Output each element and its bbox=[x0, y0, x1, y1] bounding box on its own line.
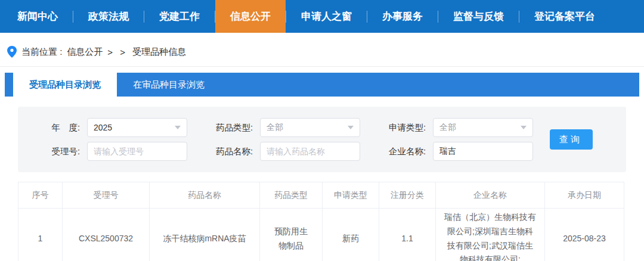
top-navigation: 新闻中心 政策法规 党建工作 信息公开 申请人之窗 办事服务 监督与反馈 登记备… bbox=[0, 0, 644, 33]
apply-type-select-value: 全部 bbox=[439, 122, 456, 133]
header-seq: 序号 bbox=[18, 182, 63, 209]
filter-panel: 年 度: 2025 药品类型: 全部 申请类型: 全部 bbox=[18, 107, 626, 172]
field-acceptance-no: 受理号: bbox=[29, 142, 187, 161]
cell-acceptance-no: CXSL2500732 bbox=[63, 209, 150, 261]
cell-seq: 1 bbox=[18, 209, 63, 261]
nav-item-news[interactable]: 新闻中心 bbox=[2, 0, 73, 33]
year-label: 年 度: bbox=[29, 122, 80, 133]
company-name-label: 企业名称: bbox=[374, 146, 426, 157]
search-button[interactable]: 查询 bbox=[550, 129, 593, 150]
year-select[interactable]: 2025 bbox=[87, 118, 187, 137]
nav-item-policy[interactable]: 政策法规 bbox=[73, 0, 144, 33]
nav-item-info-disclosure[interactable]: 信息公开 bbox=[215, 0, 286, 33]
breadcrumb: 当前位置 : 信息公开 > > 受理品种信息 bbox=[0, 33, 644, 67]
cell-apply-type: 新药 bbox=[323, 209, 379, 261]
header-date: 承办日期 bbox=[545, 182, 624, 209]
acceptance-no-input[interactable] bbox=[87, 142, 187, 161]
nav-item-registration-platform[interactable]: 登记备案平台 bbox=[519, 0, 610, 33]
apply-type-select[interactable]: 全部 bbox=[433, 118, 533, 137]
chevron-down-icon bbox=[521, 126, 527, 129]
drug-type-select[interactable]: 全部 bbox=[260, 118, 360, 137]
content-area: 年 度: 2025 药品类型: 全部 申请类型: 全部 bbox=[5, 97, 639, 261]
field-company-name: 企业名称: bbox=[374, 142, 533, 161]
apply-type-label: 申请类型: bbox=[374, 122, 426, 133]
breadcrumb-separator: > > bbox=[107, 47, 128, 57]
cell-company: 瑞佶（北京）生物科技有限公司;深圳瑞吉生物科技有限公司;武汉瑞佶生物科技有限公司… bbox=[436, 209, 545, 261]
nav-item-party-building[interactable]: 党建工作 bbox=[144, 0, 215, 33]
drug-name-label: 药品名称: bbox=[202, 146, 253, 157]
field-drug-type: 药品类型: 全部 bbox=[202, 118, 360, 137]
nav-item-services[interactable]: 办事服务 bbox=[367, 0, 438, 33]
nav-item-applicant-window[interactable]: 申请人之窗 bbox=[286, 0, 367, 33]
breadcrumb-current: 受理品种信息 bbox=[132, 46, 186, 58]
header-reg-class: 注册分类 bbox=[379, 182, 436, 209]
table-row: 1 CXSL2500732 冻干结核病mRNA疫苗 预防用生物制品 新药 1.1… bbox=[18, 209, 624, 261]
year-select-value: 2025 bbox=[94, 123, 112, 132]
header-drug-name: 药品名称 bbox=[150, 182, 260, 209]
breadcrumb-section[interactable]: 信息公开 bbox=[67, 46, 103, 58]
header-drug-type: 药品类型 bbox=[260, 182, 323, 209]
main-container: 受理品种目录浏览 在审品种目录浏览 年 度: 2025 药品类型: 全部 bbox=[5, 73, 639, 261]
header-company: 企业名称 bbox=[436, 182, 545, 209]
filter-row-1: 年 度: 2025 药品类型: 全部 申请类型: 全部 bbox=[29, 118, 615, 137]
cell-drug-type: 预防用生物制品 bbox=[260, 209, 323, 261]
header-apply-type: 申请类型 bbox=[323, 182, 379, 209]
chevron-down-icon bbox=[348, 126, 354, 129]
nav-item-supervision-feedback[interactable]: 监督与反馈 bbox=[438, 0, 519, 33]
location-pin-icon bbox=[7, 46, 17, 58]
tab-under-review-catalog[interactable]: 在审品种目录浏览 bbox=[117, 73, 221, 97]
results-table: 序号 受理号 药品名称 药品类型 申请类型 注册分类 企业名称 承办日期 1 C… bbox=[18, 182, 624, 261]
company-name-input[interactable] bbox=[433, 142, 533, 161]
acceptance-no-label: 受理号: bbox=[29, 146, 80, 157]
chevron-down-icon bbox=[175, 126, 181, 129]
field-drug-name: 药品名称: bbox=[202, 142, 360, 161]
field-apply-type: 申请类型: 全部 bbox=[374, 118, 533, 137]
cell-reg-class: 1.1 bbox=[379, 209, 436, 261]
drug-type-select-value: 全部 bbox=[267, 122, 283, 133]
table-header-row: 序号 受理号 药品名称 药品类型 申请类型 注册分类 企业名称 承办日期 bbox=[18, 182, 624, 209]
drug-name-input[interactable] bbox=[260, 142, 360, 161]
cell-drug-name: 冻干结核病mRNA疫苗 bbox=[150, 209, 260, 261]
header-acceptance-no: 受理号 bbox=[63, 182, 150, 209]
field-year: 年 度: 2025 bbox=[29, 118, 187, 137]
drug-type-label: 药品类型: bbox=[202, 122, 253, 133]
cell-date: 2025-08-23 bbox=[545, 209, 624, 261]
tab-accepted-catalog[interactable]: 受理品种目录浏览 bbox=[13, 73, 117, 97]
tab-bar: 受理品种目录浏览 在审品种目录浏览 bbox=[5, 73, 639, 97]
filter-row-2: 受理号: 药品名称: 企业名称: bbox=[29, 142, 615, 161]
breadcrumb-label: 当前位置 : bbox=[21, 46, 62, 58]
